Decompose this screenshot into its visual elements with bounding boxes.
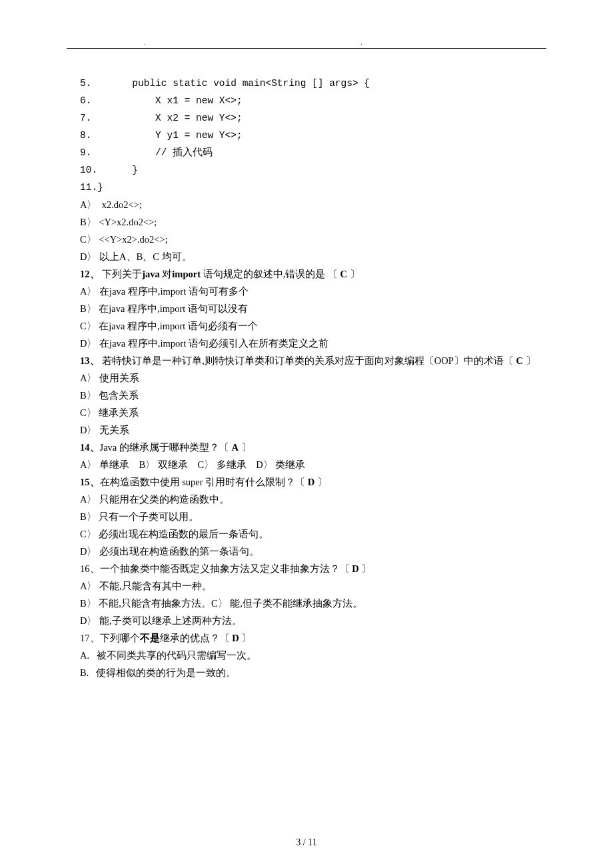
q16-option-a: A〉 不能,只能含有其中一种。: [80, 577, 546, 595]
q14-t1: Java 的继承属于哪种类型？〔: [100, 442, 232, 453]
q17-answer: D: [232, 633, 239, 643]
q15-option-c: C〉 必须出现在构造函数的最后一条语句。: [80, 525, 546, 543]
q15-option-b: B〉 只有一个子类可以用。: [80, 508, 546, 525]
q13-option-a: A〉 使用关系: [80, 369, 546, 387]
horizontal-rule: [67, 48, 546, 49]
q13-t2: 〕: [523, 355, 536, 366]
q13-option-b: B〉 包含关系: [80, 387, 546, 404]
q12-stem: 12、 下列关于java 对import 语句规定的叙述中,错误的是 〔 C 〕: [80, 265, 546, 283]
q11-option-a: A〉 x2.do2<>;: [80, 196, 546, 213]
q12-answer: C: [340, 269, 347, 279]
q14-num: 14、: [80, 442, 100, 453]
q15-num: 15、: [80, 477, 100, 487]
q17-option-b: B. 使得相似的类的行为是一致的。: [80, 664, 546, 681]
q15-t1: 在构造函数中使用 super 引用时有什么限制？〔: [100, 477, 308, 487]
q14-stem: 14、Java 的继承属于哪种类型？〔 A 〕: [80, 439, 546, 456]
q16-answer: D: [352, 563, 358, 574]
q14-t2: 〕: [239, 442, 251, 453]
q12-kw-import: import: [172, 269, 201, 279]
q12-option-c: C〉 在java 程序中,import 语句必须有一个: [80, 317, 546, 335]
q12-option-b: B〉 在java 程序中,import 语句可以没有: [80, 300, 546, 317]
q12-t4: 〕: [347, 269, 360, 279]
q11-option-b: B〉 <Y>x2.do2<>;: [80, 213, 546, 231]
q13-option-c: C〉 继承关系: [80, 404, 546, 421]
q13-option-d: D〉 无关系: [80, 421, 546, 439]
q15-t2: 〕: [314, 477, 327, 487]
q15-option-d: D〉 必须出现在构造函数的第一条语句。: [80, 543, 546, 560]
code-line-7: 7. X x2 = new Y<>;: [80, 109, 546, 127]
q17-t1: 17、下列哪个: [80, 633, 140, 643]
header-dots: . .: [0, 39, 613, 46]
q11-option-c: C〉 <<Y>x2>.do2<>;: [80, 231, 546, 248]
q11-option-d: D〉 以上A、B、C 均可。: [80, 248, 546, 265]
q12-option-d: D〉 在java 程序中,import 语句必须引入在所有类定义之前: [80, 335, 546, 352]
q17-kw: 不是: [140, 633, 160, 643]
q16-stem: 16、一个抽象类中能否既定义抽象方法又定义非抽象方法？〔 D 〕: [80, 560, 546, 577]
q12-t1: 下列关于: [100, 269, 143, 279]
q13-t1: 若特快订单是一种订单,则特快订单类和订单类的关系对应于面向对象编程〔OOP〕中的…: [100, 355, 516, 366]
q16-option-bc: B〉 不能,只能含有抽象方法。C〉 能,但子类不能继承抽象方法。: [80, 595, 546, 612]
code-line-11: 11.}: [80, 179, 546, 196]
code-line-8: 8. Y y1 = new Y<>;: [80, 127, 546, 144]
q13-answer: C: [516, 355, 522, 366]
q12-num: 12、: [80, 269, 100, 279]
q17-stem: 17、下列哪个不是继承的优点？〔 D 〕: [80, 629, 546, 647]
code-line-6: 6. X x1 = new X<>;: [80, 92, 546, 109]
q17-t3: 〕: [239, 633, 252, 643]
q15-answer: D: [308, 477, 314, 487]
q15-stem: 15、在构造函数中使用 super 引用时有什么限制？〔 D 〕: [80, 473, 546, 491]
q12-option-a: A〉 在java 程序中,import 语句可有多个: [80, 283, 546, 300]
q13-stem: 13、 若特快订单是一种订单,则特快订单类和订单类的关系对应于面向对象编程〔OO…: [80, 352, 546, 369]
q15-option-a: A〉 只能用在父类的构造函数中。: [80, 491, 546, 508]
document-body: 5. public static void main<String [] arg…: [80, 75, 546, 681]
q12-t3: 语句规定的叙述中,错误的是 〔: [201, 269, 340, 279]
q14-answer: A: [232, 442, 239, 453]
q12-kw-java: java: [142, 269, 160, 279]
q12-t2: 对: [160, 269, 173, 279]
q17-option-a: A. 被不同类共享的代码只需编写一次。: [80, 647, 546, 664]
code-line-10: 10. }: [80, 161, 546, 179]
page-number: 3 / 11: [0, 837, 613, 848]
q13-num: 13、: [80, 355, 100, 366]
q16-t2: 〕: [359, 563, 372, 574]
q16-t1: 16、一个抽象类中能否既定义抽象方法又定义非抽象方法？〔: [80, 563, 352, 574]
code-line-9: 9. // 插入代码: [80, 144, 546, 161]
q16-option-d: D〉 能,子类可以继承上述两种方法。: [80, 612, 546, 629]
q14-options: A〉 单继承 B〉 双继承 C〉 多继承 D〉 类继承: [80, 456, 546, 473]
code-line-5: 5. public static void main<String [] arg…: [80, 75, 546, 92]
q17-t2: 继承的优点？〔: [160, 633, 233, 643]
page: . . 5. public static void main<String []…: [0, 0, 613, 868]
